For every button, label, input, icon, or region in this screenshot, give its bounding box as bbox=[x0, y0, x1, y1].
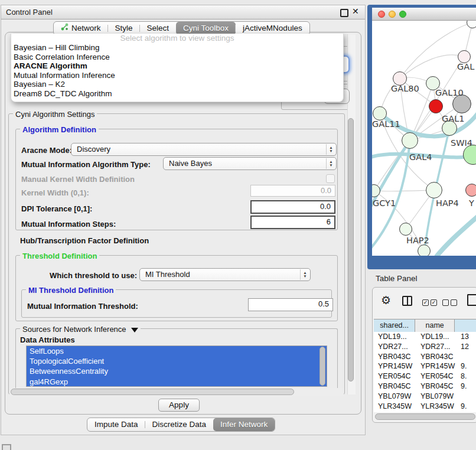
hub-definition-expander-label[interactable]: Hub/Transcription Factor Definition bbox=[20, 236, 149, 245]
data-attribute-item[interactable]: TopologicalCoefficient bbox=[27, 356, 327, 366]
column-header-a[interactable]: A bbox=[455, 319, 476, 332]
settings-vscrollbar-thumb[interactable] bbox=[348, 118, 354, 381]
data-attributes-list: SelfLoopsTopologicalCoefficientBetweenne… bbox=[26, 345, 327, 387]
mi-type-combo[interactable]: Naive Bayes ▲▼ bbox=[163, 157, 337, 170]
network-node[interactable] bbox=[426, 182, 442, 198]
table-row[interactable]: YPR145WYPR145W9. bbox=[374, 361, 476, 371]
network-node-label: GAL4 bbox=[409, 152, 432, 162]
network-canvas[interactable]: GALGAL80GAL10GAL1GAL11SWI4GAL4GCY1HAP4YH… bbox=[372, 21, 476, 256]
tab-style[interactable]: Style bbox=[108, 22, 140, 35]
dpi-tolerance-label: DPI Tolerance [0,1]: bbox=[21, 204, 92, 213]
network-node[interactable] bbox=[399, 223, 412, 236]
unchecked-columns-icon[interactable] bbox=[442, 298, 457, 306]
close-panel-icon[interactable]: ✕ bbox=[352, 6, 359, 16]
mi-threshold-field[interactable]: 0.5 bbox=[248, 298, 333, 311]
network-node-label: Y bbox=[469, 198, 474, 208]
column-header-shared-[interactable]: shared... bbox=[374, 319, 415, 332]
network-node[interactable] bbox=[465, 184, 476, 197]
network-node-label: GAL bbox=[457, 62, 474, 71]
network-node[interactable] bbox=[373, 106, 387, 120]
which-threshold-combo[interactable]: MI Threshold ▲▼ bbox=[139, 268, 311, 281]
expander-expanded-icon[interactable] bbox=[131, 328, 138, 332]
tab-jactivemnodules[interactable]: jActiveMNodules bbox=[236, 22, 309, 35]
mi-threshold-label: Mutual Information Threshold: bbox=[27, 302, 138, 311]
network-node[interactable] bbox=[458, 50, 471, 63]
data-attribute-item[interactable]: SelfLoops bbox=[27, 346, 327, 356]
table-cell: YIL052C bbox=[416, 411, 457, 412]
tab-discretize-data[interactable]: Discretize Data bbox=[145, 418, 214, 431]
table-cell: YBL079W bbox=[374, 392, 416, 402]
algorithm-option-basic-correlation-inference[interactable]: Basic Correlation Inference bbox=[11, 53, 343, 62]
tab-cyni-toolbox[interactable]: Cyni Toolbox bbox=[176, 22, 236, 35]
algorithm-option-aracne-algorithm[interactable]: ARACNE Algorithm bbox=[11, 61, 343, 71]
minimize-window-icon[interactable] bbox=[389, 11, 396, 18]
aracne-mode-combo[interactable]: Discovery ▲▼ bbox=[71, 143, 337, 156]
tab-impute-data[interactable]: Impute Data bbox=[87, 418, 145, 431]
mi-steps-field[interactable]: 6 bbox=[250, 216, 335, 229]
maximize-window-icon[interactable] bbox=[399, 11, 406, 18]
control-panel-titlebar: Control Panel ✕ bbox=[1, 5, 365, 19]
algorithm-definition-legend: Algorithm Definition bbox=[20, 125, 99, 134]
node-table: shared...nameA bbox=[374, 319, 476, 332]
table-row[interactable]: YIL052CYIL052C9. bbox=[374, 411, 476, 412]
tab-network[interactable]: Network bbox=[54, 22, 108, 35]
table-cell: YER054C bbox=[374, 371, 416, 381]
table-row[interactable]: YLR345WYLR345W9. bbox=[374, 402, 476, 412]
table-row[interactable]: YBL079WYBL079W bbox=[374, 392, 476, 402]
dpi-tolerance-field[interactable]: 0.0 bbox=[250, 200, 335, 214]
network-window-titlebar[interactable] bbox=[372, 8, 476, 21]
threshold-definition-legend: Threshold Definition bbox=[20, 252, 99, 260]
algorithm-option-dream8-dc-tdc-algorithm[interactable]: Dream8 DC_TDC Algorithm bbox=[11, 89, 343, 99]
settings-hscrollbar-thumb[interactable] bbox=[11, 389, 294, 395]
table-hscrollbar-thumb[interactable] bbox=[375, 413, 475, 420]
column-header-name[interactable]: name bbox=[415, 319, 455, 332]
tab-label: Network bbox=[71, 22, 101, 35]
tab-label: Discretize Data bbox=[152, 418, 207, 431]
aracne-mode-value: Discovery bbox=[77, 145, 110, 154]
table-cell: 12 bbox=[457, 342, 476, 352]
table-cell: YPR145W bbox=[374, 361, 416, 371]
table-cell: YLR345W bbox=[416, 402, 457, 412]
attributes-vscrollbar-thumb[interactable] bbox=[319, 347, 325, 386]
checked-columns-icon[interactable]: ✓✓ bbox=[422, 298, 437, 306]
table-cell bbox=[457, 352, 476, 362]
tab-infer-network[interactable]: Infer Network bbox=[213, 418, 275, 431]
table-cell: YBR045C bbox=[374, 381, 416, 392]
algorithm-option-mutual-information-inference[interactable]: Mutual Information Inference bbox=[11, 71, 343, 80]
table-cell: 9. bbox=[457, 361, 476, 371]
algorithm-option-bayesian-hill-climbing[interactable]: Bayesian – Hill Climbing bbox=[11, 43, 343, 53]
gear-icon[interactable]: ⚙ bbox=[381, 294, 391, 307]
cyni-bottom-tabbar: Impute DataDiscretize DataInfer Network bbox=[87, 418, 275, 432]
network-node-label: GAL80 bbox=[391, 84, 419, 93]
manual-kernel-checkbox[interactable] bbox=[326, 174, 335, 183]
table-cell: 9. bbox=[457, 402, 476, 412]
table-row[interactable]: YER054CYER054C8. bbox=[374, 371, 476, 381]
mi-type-value: Naive Bayes bbox=[169, 159, 212, 168]
network-node[interactable] bbox=[418, 244, 431, 256]
document-icon[interactable] bbox=[467, 294, 476, 306]
network-node[interactable] bbox=[402, 132, 418, 149]
split-columns-icon[interactable] bbox=[402, 296, 412, 306]
table-cell: 9. bbox=[457, 411, 476, 412]
kernel-width-field[interactable]: 0.0 bbox=[250, 185, 335, 197]
mi-steps-label: Mutual Information Steps: bbox=[21, 220, 116, 229]
table-row[interactable]: YDR27...YDR27...12 bbox=[374, 342, 476, 352]
which-threshold-value: MI Threshold bbox=[145, 270, 190, 279]
apply-button[interactable]: Apply bbox=[158, 399, 200, 412]
close-window-icon[interactable] bbox=[378, 11, 385, 18]
table-row[interactable]: YBR045CYBR045C9. bbox=[374, 381, 476, 392]
tab-select[interactable]: Select bbox=[140, 22, 177, 35]
kernel-width-label: Kernel Width (0,1): bbox=[21, 188, 89, 197]
data-attribute-item[interactable]: BetweennessCentrality bbox=[27, 366, 327, 376]
network-node-label: GAL11 bbox=[372, 119, 400, 129]
data-attribute-item[interactable]: gal4RGexp bbox=[27, 377, 327, 387]
tab-label: jActiveMNodules bbox=[243, 22, 302, 35]
data-attributes-label: Data Attributes bbox=[20, 335, 75, 344]
table-row[interactable]: YDL19...YDL19...13 bbox=[374, 332, 476, 342]
algorithm-option-bayesian-k2[interactable]: Bayesian – K2 bbox=[11, 80, 343, 89]
collapsed-panel-icon[interactable] bbox=[2, 444, 11, 450]
table-cell: YER054C bbox=[416, 371, 457, 381]
table-row[interactable]: YBR043CYBR043C bbox=[374, 352, 476, 362]
network-node[interactable] bbox=[429, 99, 443, 113]
float-panel-icon[interactable] bbox=[340, 9, 348, 17]
